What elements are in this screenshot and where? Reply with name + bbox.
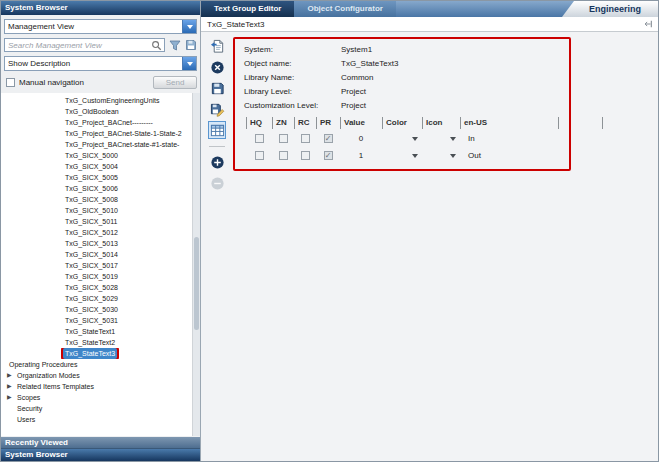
tree-item-label: Scopes bbox=[15, 392, 42, 403]
tree-item[interactable]: TxG_SICX_5029 bbox=[1, 293, 192, 304]
zn-checkbox[interactable] bbox=[279, 151, 288, 160]
tab-text-group-editor[interactable]: Text Group Editor bbox=[201, 1, 294, 17]
tree-item[interactable]: TxG_SICX_5008 bbox=[1, 194, 192, 205]
tree-item[interactable]: Security bbox=[1, 403, 192, 414]
icon-dropdown-icon[interactable] bbox=[450, 137, 456, 141]
column-header-rc[interactable]: RC bbox=[294, 117, 316, 129]
table-header-row: HQZNRCPRValueColorIconen-US bbox=[246, 116, 603, 130]
search-input[interactable]: Search Management View bbox=[4, 38, 165, 52]
color-cell[interactable] bbox=[382, 130, 422, 147]
column-header-icon[interactable]: Icon bbox=[422, 117, 460, 129]
tree-item[interactable]: TxG_SICX_5005 bbox=[1, 172, 192, 183]
tree-item[interactable]: TxG_SICX_5004 bbox=[1, 161, 192, 172]
tree-item[interactable]: Operating Procedures bbox=[1, 359, 192, 370]
column-header-color[interactable]: Color bbox=[382, 117, 422, 129]
new-document-icon[interactable] bbox=[208, 37, 226, 55]
expander-icon[interactable]: ▶ bbox=[7, 381, 15, 392]
field-value: System1 bbox=[341, 45, 372, 54]
tree-item-label: TxG_SICX_5004 bbox=[63, 161, 120, 172]
en-us-cell[interactable]: Out bbox=[460, 147, 558, 164]
pin-icon[interactable] bbox=[643, 19, 653, 29]
tree-item[interactable]: TxG_SICX_5028 bbox=[1, 282, 192, 293]
color-dropdown-icon[interactable] bbox=[412, 137, 418, 141]
icon-cell[interactable] bbox=[422, 130, 460, 147]
save-as-icon[interactable] bbox=[208, 100, 226, 118]
tree-item[interactable]: ▶Organization Modes bbox=[1, 370, 192, 381]
column-header-value[interactable]: Value bbox=[340, 117, 382, 129]
hq-checkbox[interactable] bbox=[255, 151, 264, 160]
tree-item-label: TxG_StateText2 bbox=[63, 337, 117, 348]
tree-item-label: TxG_SICX_5030 bbox=[63, 304, 120, 315]
tree-item[interactable]: TxG_StateText2 bbox=[1, 337, 192, 348]
hq-checkbox[interactable] bbox=[255, 134, 264, 143]
icon-cell[interactable] bbox=[422, 147, 460, 164]
tree-item[interactable]: TxG_SICX_5017 bbox=[1, 260, 192, 271]
tree-item[interactable]: TxG_SICX_5030 bbox=[1, 304, 192, 315]
tree-item-label: TxG_SICX_5012 bbox=[63, 227, 120, 238]
tree-item[interactable]: TxG_OldBoolean bbox=[1, 106, 192, 117]
text-table-icon[interactable] bbox=[208, 121, 226, 139]
management-view-value: Management View bbox=[5, 22, 182, 31]
search-row: Search Management View bbox=[4, 38, 197, 52]
value-cell[interactable]: 1 bbox=[340, 147, 382, 164]
color-cell[interactable] bbox=[382, 147, 422, 164]
column-header-hq[interactable]: HQ bbox=[246, 117, 272, 129]
tree-item[interactable]: TxG_SICX_5000 bbox=[1, 150, 192, 161]
tree-item[interactable]: TxG_SICX_5010 bbox=[1, 205, 192, 216]
tree-item[interactable]: TxG_SICX_5013 bbox=[1, 238, 192, 249]
chevron-down-icon[interactable] bbox=[182, 20, 196, 33]
chevron-down-icon[interactable] bbox=[182, 57, 196, 70]
tree-item[interactable]: TxG_StateText3 bbox=[1, 348, 192, 359]
zn-checkbox[interactable] bbox=[279, 134, 288, 143]
tree-item[interactable]: TxG_SICX_5031 bbox=[1, 315, 192, 326]
rc-checkbox[interactable] bbox=[301, 151, 310, 160]
icon-dropdown-icon[interactable] bbox=[450, 154, 456, 158]
save-view-icon[interactable] bbox=[185, 39, 197, 51]
recently-viewed-bar[interactable]: Recently Viewed bbox=[1, 437, 200, 449]
tree-item[interactable]: TxG_SICX_5006 bbox=[1, 183, 192, 194]
column-header-zn[interactable]: ZN bbox=[272, 117, 294, 129]
field-value: Project bbox=[341, 87, 366, 96]
expander-icon[interactable]: ▶ bbox=[7, 392, 15, 403]
tree-item[interactable]: TxG_StateText1 bbox=[1, 326, 192, 337]
tree-item[interactable]: TxG_SICX_5012 bbox=[1, 227, 192, 238]
en-us-cell[interactable]: In bbox=[460, 130, 558, 147]
value-cell[interactable]: 0 bbox=[340, 130, 382, 147]
text-group-table: HQZNRCPRValueColorIconen-US✓0In✓1Out bbox=[246, 116, 603, 164]
field-label: Library Name: bbox=[244, 73, 341, 82]
color-dropdown-icon[interactable] bbox=[412, 154, 418, 158]
tree-item-label: TxG_SICX_5008 bbox=[63, 194, 120, 205]
tree-item-label: TxG_SICX_5019 bbox=[63, 271, 120, 282]
save-icon[interactable] bbox=[208, 79, 226, 97]
tab-object-configurator[interactable]: Object Configurator bbox=[294, 1, 396, 17]
tree-item-label: Security bbox=[15, 403, 44, 414]
tree-item[interactable]: TxG_Project_BACnet--------- bbox=[1, 117, 192, 128]
pr-checkbox[interactable]: ✓ bbox=[324, 151, 333, 160]
tree-item[interactable]: TxG_SICX_5014 bbox=[1, 249, 192, 260]
tree-item[interactable]: TxG_SICX_5019 bbox=[1, 271, 192, 282]
filter-icon[interactable] bbox=[169, 39, 181, 51]
pr-checkbox[interactable]: ✓ bbox=[324, 134, 333, 143]
tree-item[interactable]: ▶Related Items Templates bbox=[1, 381, 192, 392]
tree-item[interactable]: TxG_SICX_5011 bbox=[1, 216, 192, 227]
management-view-select[interactable]: Management View bbox=[4, 19, 197, 34]
show-description-select[interactable]: Show Description bbox=[4, 56, 197, 71]
system-browser-bar[interactable]: System Browser bbox=[1, 449, 200, 461]
tree-scrollbar[interactable] bbox=[192, 93, 200, 436]
tree-item[interactable]: TxG_CustomEngineeringUnits bbox=[1, 95, 192, 106]
tree-item[interactable]: TxG_Project_BACnet-state-#1-state- bbox=[1, 139, 192, 150]
add-row-icon[interactable] bbox=[208, 153, 226, 171]
delete-icon[interactable] bbox=[208, 58, 226, 76]
tree-item-label: TxG_Project_BACnet--------- bbox=[63, 117, 155, 128]
manual-navigation-checkbox[interactable] bbox=[6, 78, 15, 87]
send-button[interactable]: Send bbox=[153, 76, 197, 89]
tree-item-label: TxG_OldBoolean bbox=[63, 106, 121, 117]
tree-item[interactable]: ▶Scopes bbox=[1, 392, 192, 403]
rc-checkbox[interactable] bbox=[301, 134, 310, 143]
column-header-en-us[interactable]: en-US bbox=[460, 117, 558, 129]
scrollbar-thumb[interactable] bbox=[194, 237, 199, 330]
column-header-pr[interactable]: PR bbox=[316, 117, 340, 129]
tree-item[interactable]: TxG_Project_BACnet-State-1-State-2 bbox=[1, 128, 192, 139]
expander-icon[interactable]: ▶ bbox=[7, 370, 15, 381]
tree-item[interactable]: Users bbox=[1, 414, 192, 425]
